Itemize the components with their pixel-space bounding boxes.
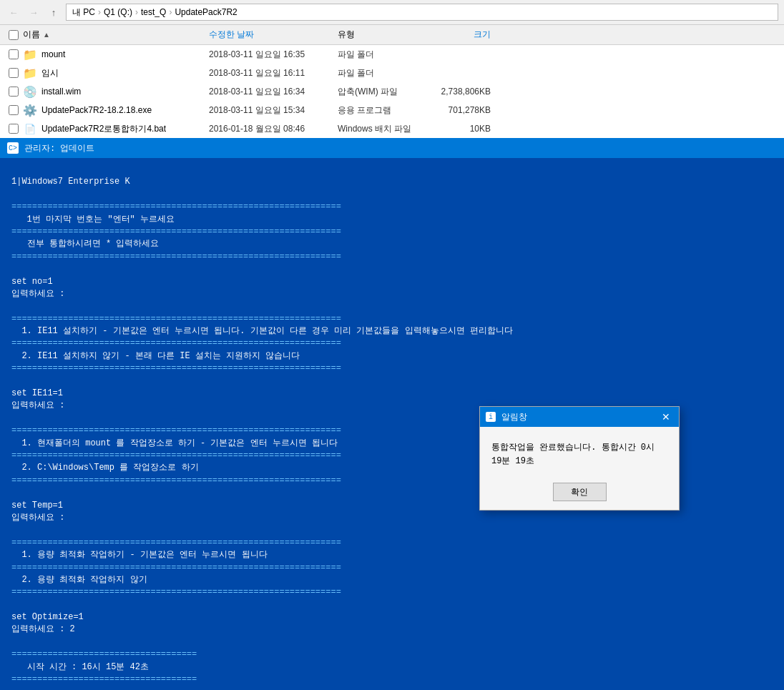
col-header-name[interactable]: 이름 ▲ — [23, 29, 209, 41]
file-name: UpdatePack7R2로통합하기4.bat — [41, 123, 209, 135]
back-button[interactable]: ← — [6, 4, 21, 20]
file-name: UpdatePack7R2-18.2.18.exe — [41, 105, 209, 115]
address-part-pc: 내 PC — [72, 6, 95, 19]
file-date: 2018-03-11 일요일 16:34 — [209, 86, 338, 98]
alert-icon: i — [486, 412, 496, 422]
file-date: 2018-03-11 일요일 16:35 — [209, 49, 338, 61]
file-size: 2,738,806KB — [431, 87, 502, 97]
wim-file-icon: 💿 — [23, 84, 37, 99]
alert-footer: 확인 — [480, 477, 679, 510]
alert-message: 통합작업을 완료했습니다. 통합시간 0시 19분 19초 — [491, 443, 655, 466]
file-type: 파일 폴더 — [338, 49, 431, 61]
address-bar[interactable]: 내 PC › Q1 (Q:) › test_Q › UpdatePack7R2 — [66, 4, 778, 21]
forward-button[interactable]: → — [26, 4, 41, 20]
up-button[interactable]: ↑ — [46, 4, 62, 20]
cmd-window: C> 관리자: 업데이트 1|Windows7 Enterprise K ===… — [0, 138, 784, 690]
alert-dialog: i 알림창 ✕ 통합작업을 완료했습니다. 통합시간 0시 19분 19초 확인 — [479, 406, 680, 511]
bat-file-icon: 📄 — [23, 122, 37, 136]
file-date: 2018-03-11 일요일 15:34 — [209, 104, 338, 117]
folder-icon: 📁 — [23, 66, 37, 80]
select-all-checkbox[interactable] — [9, 30, 23, 40]
file-type: 파일 폴더 — [338, 67, 431, 79]
address-part-folder2: UpdatePack7R2 — [175, 7, 237, 17]
address-part-folder1: test_Q — [141, 7, 166, 17]
file-type: Windows 배치 파일 — [338, 123, 431, 135]
row-checkbox[interactable] — [9, 68, 23, 78]
file-list: 📁 mount 2018-03-11 일요일 16:35 파일 폴더 📁 임시 … — [0, 45, 784, 138]
file-type: 압축(WIM) 파일 — [338, 86, 431, 98]
alert-ok-button[interactable]: 확인 — [553, 483, 607, 501]
cmd-title: 관리자: 업데이트 — [24, 142, 94, 154]
file-date: 2016-01-18 월요일 08:46 — [209, 123, 338, 135]
table-row[interactable]: 📄 UpdatePack7R2로통합하기4.bat 2016-01-18 월요일… — [0, 119, 784, 138]
explorer-navbar: ← → ↑ 내 PC › Q1 (Q:) › test_Q › UpdatePa… — [0, 0, 784, 25]
col-header-type[interactable]: 유형 — [338, 29, 431, 41]
table-row[interactable]: 📁 mount 2018-03-11 일요일 16:35 파일 폴더 — [0, 45, 784, 64]
alert-title: 알림창 — [501, 411, 527, 423]
row-checkbox[interactable] — [9, 124, 23, 134]
cmd-titlebar: C> 관리자: 업데이트 — [0, 138, 784, 158]
alert-titlebar: i 알림창 ✕ — [480, 407, 679, 427]
file-name: mount — [41, 49, 209, 59]
row-checkbox[interactable] — [9, 49, 23, 59]
table-row[interactable]: 📁 임시 2018-03-11 일요일 16:11 파일 폴더 — [0, 64, 784, 82]
row-checkbox[interactable] — [9, 105, 23, 115]
column-headers: 이름 ▲ 수정한 날짜 유형 크기 — [0, 25, 784, 45]
address-part-drive: Q1 (Q:) — [104, 7, 132, 17]
file-size: 701,278KB — [431, 105, 502, 115]
cmd-icon: C> — [7, 142, 19, 154]
table-row[interactable]: 💿 install.wim 2018-03-11 일요일 16:34 압축(WI… — [0, 82, 784, 101]
alert-body: 통합작업을 완료했습니다. 통합시간 0시 19분 19초 — [480, 427, 679, 477]
table-row[interactable]: ⚙️ UpdatePack7R2-18.2.18.exe 2018-03-11 … — [0, 101, 784, 119]
col-header-date[interactable]: 수정한 날짜 — [209, 29, 338, 41]
col-header-size[interactable]: 크기 — [431, 29, 502, 41]
file-size: 10KB — [431, 124, 502, 134]
alert-close-button[interactable]: ✕ — [659, 410, 673, 424]
folder-icon: 📁 — [23, 47, 37, 61]
file-name: 임시 — [41, 67, 209, 79]
file-type: 응용 프로그램 — [338, 104, 431, 117]
exe-file-icon: ⚙️ — [23, 103, 37, 117]
file-name: install.wim — [41, 87, 209, 97]
file-date: 2018-03-11 일요일 16:11 — [209, 67, 338, 79]
row-checkbox[interactable] — [9, 87, 23, 97]
